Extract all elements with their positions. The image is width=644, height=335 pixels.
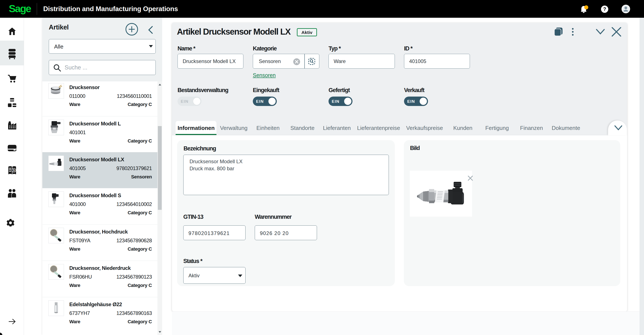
svg-text:?: ? [603,6,606,12]
svg-text:$: $ [13,169,15,172]
